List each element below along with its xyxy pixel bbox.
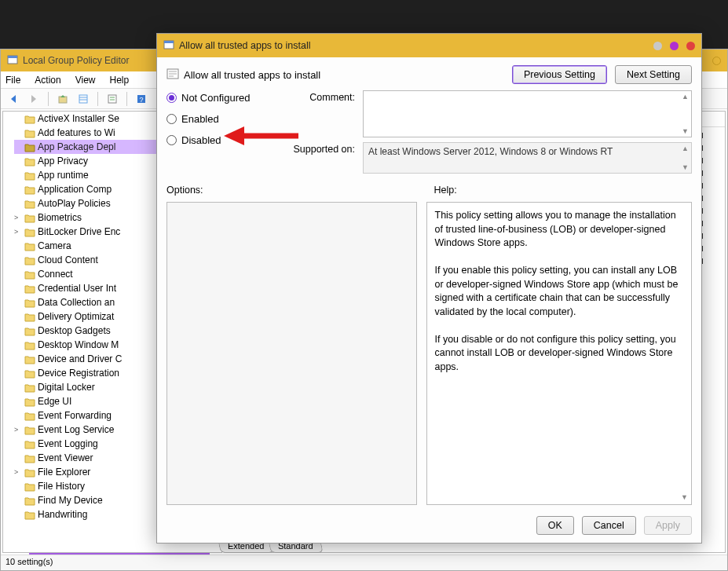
radio-not-configured-label: Not Configured	[181, 92, 250, 104]
folder-icon	[24, 156, 35, 166]
svg-rect-12	[164, 41, 174, 43]
folder-icon	[24, 425, 35, 434]
toolbar-separator	[97, 92, 98, 106]
tree-item-label: Edge UI	[38, 394, 71, 408]
scroll-down-icon[interactable]: ▼	[681, 492, 688, 503]
chevron-right-icon[interactable]: >	[14, 210, 22, 225]
tree-item-label: Find My Device	[38, 493, 103, 507]
tree-item-label: Event Forwarding	[38, 408, 112, 423]
svg-rect-1	[8, 56, 17, 58]
tree-item-label: App runtime	[38, 168, 89, 182]
folder-icon	[24, 354, 35, 364]
folder-icon	[24, 284, 35, 293]
menu-help[interactable]: Help	[110, 75, 130, 86]
options-label: Options:	[166, 185, 425, 196]
ok-button[interactable]: OK	[536, 516, 574, 535]
svg-rect-2	[59, 97, 67, 103]
scroll-up-icon[interactable]: ▲	[682, 145, 689, 152]
window-dot[interactable]	[712, 57, 721, 65]
folder-icon	[24, 397, 35, 406]
menu-action[interactable]: Action	[35, 75, 60, 86]
setting-title-icon	[166, 68, 179, 82]
toolbar-forward-icon[interactable]	[26, 91, 42, 107]
chevron-right-icon[interactable]: >	[14, 225, 22, 239]
gpedit-title-icon	[7, 54, 18, 68]
toolbar-list-icon[interactable]	[75, 91, 91, 107]
help-paragraph: This policy setting allows you to manage…	[435, 209, 684, 251]
dialog-title-icon	[163, 39, 174, 53]
supported-on-text: At least Windows Server 2012, Windows 8 …	[368, 146, 613, 157]
folder-icon	[24, 185, 35, 194]
chevron-right-icon[interactable]: >	[14, 465, 22, 479]
scroll-up-icon[interactable]: ▲	[682, 93, 689, 101]
tree-scrollbar[interactable]	[29, 553, 210, 555]
folder-icon	[24, 411, 35, 420]
window-control-close[interactable]	[686, 42, 695, 50]
folder-icon	[24, 170, 35, 180]
folder-icon	[24, 241, 35, 251]
folder-icon	[24, 496, 35, 505]
tree-item-label: Digital Locker	[38, 380, 95, 394]
tree-item-label: Biometrics	[38, 210, 82, 225]
tree-item-label: BitLocker Drive Enc	[38, 225, 120, 239]
folder-icon	[24, 467, 35, 477]
folder-icon	[24, 199, 35, 208]
scroll-down-icon[interactable]: ▼	[682, 163, 689, 171]
options-panel	[166, 202, 417, 505]
radio-disabled[interactable]: Disabled	[166, 134, 269, 146]
tree-item-label: Event Logging	[38, 437, 98, 451]
toolbar-properties-icon[interactable]	[104, 91, 120, 107]
policy-setting-dialog: Allow all trusted apps to install Allow …	[156, 33, 702, 544]
menu-view[interactable]: View	[75, 75, 96, 86]
help-label: Help:	[434, 185, 693, 196]
toolbar-separator	[48, 92, 49, 106]
tree-item-label: ActiveX Installer Se	[38, 112, 119, 126]
help-panel: This policy setting allows you to manage…	[426, 202, 693, 505]
folder-icon	[24, 269, 35, 279]
chevron-right-icon[interactable]: >	[14, 423, 22, 437]
folder-icon	[24, 128, 35, 137]
tree-item-label: Connect	[38, 267, 73, 281]
tree-item-label: Desktop Window M	[38, 338, 119, 352]
folder-icon	[24, 298, 35, 307]
toolbar-up-icon[interactable]	[55, 91, 71, 107]
tree-item-label: File Explorer	[38, 465, 90, 479]
window-control-min[interactable]	[653, 42, 662, 50]
tree-item-label: App Package Depl	[38, 140, 115, 154]
scroll-down-icon[interactable]: ▼	[682, 127, 689, 135]
help-paragraph: If you enable this policy setting, you c…	[435, 264, 684, 319]
folder-icon	[24, 312, 35, 321]
supported-on-label: Supported on:	[284, 142, 355, 174]
folder-icon	[24, 340, 35, 350]
radio-disabled-label: Disabled	[181, 134, 221, 146]
folder-icon	[24, 439, 35, 448]
folder-icon	[24, 142, 35, 152]
apply-button[interactable]: Apply	[644, 516, 692, 535]
menu-file[interactable]: File	[5, 75, 20, 86]
folder-icon	[24, 255, 35, 265]
folder-icon	[24, 510, 35, 519]
tree-item-label: App Privacy	[38, 154, 88, 168]
dialog-titlebar[interactable]: Allow all trusted apps to install	[157, 34, 701, 57]
window-control-max[interactable]	[670, 42, 679, 50]
folder-icon	[24, 227, 35, 236]
tree-item-label: Cloud Content	[38, 253, 98, 267]
radio-enabled[interactable]: Enabled	[166, 113, 269, 125]
tree-item-label: Desktop Gadgets	[38, 324, 111, 338]
comment-textarea[interactable]: ▲ ▼	[363, 90, 692, 137]
toolbar-help-icon[interactable]: ?	[134, 91, 149, 107]
tree-item-label: Data Collection an	[38, 295, 115, 309]
tree-item-label: Device and Driver C	[38, 352, 122, 366]
previous-setting-button[interactable]: Previous Setting	[512, 65, 607, 84]
tree-item-label: Application Comp	[38, 182, 112, 196]
toolbar-back-icon[interactable]	[5, 91, 21, 107]
next-setting-button[interactable]: Next Setting	[615, 65, 692, 84]
folder-icon	[24, 326, 35, 335]
folder-icon	[24, 114, 35, 123]
folder-icon	[24, 382, 35, 392]
radio-not-configured[interactable]: Not Configured	[166, 92, 269, 104]
tree-item-label: Camera	[38, 239, 71, 253]
dialog-body: Allow all trusted apps to install Previo…	[157, 57, 701, 543]
svg-rect-3	[79, 95, 87, 103]
cancel-button[interactable]: Cancel	[582, 516, 636, 535]
